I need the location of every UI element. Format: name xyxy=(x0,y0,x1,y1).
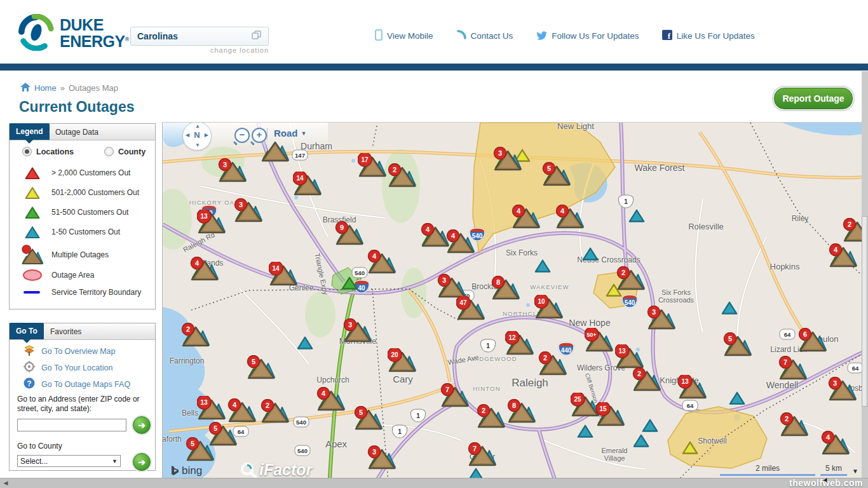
outage-marker[interactable]: 4 xyxy=(316,387,346,414)
county-select[interactable]: Select... ▼ xyxy=(17,455,121,467)
address-go-button[interactable]: ➔ xyxy=(133,416,151,434)
outage-marker[interactable]: 5 xyxy=(723,332,752,359)
nav-item-like-us-for-updates[interactable]: fLike Us For Updates xyxy=(662,30,755,42)
outage-marker-yellow[interactable] xyxy=(681,440,699,458)
goto-link-faq[interactable]: ?Go To Outage Maps FAQ xyxy=(24,377,130,391)
map-style-dropdown[interactable]: Road ▼ xyxy=(274,128,306,139)
outage-marker[interactable]: 15 xyxy=(596,402,625,429)
outage-marker[interactable]: 7 xyxy=(468,442,497,469)
pan-down-icon[interactable]: ▼ xyxy=(195,143,200,148)
nav-item-follow-us-for-updates[interactable]: Follow Us For Updates xyxy=(536,30,639,42)
tab-outage-data[interactable]: Outage Data xyxy=(55,124,98,140)
pan-left-icon[interactable]: ◀ xyxy=(186,133,189,138)
zoom-in-button[interactable]: + xyxy=(252,128,267,143)
outage-marker[interactable]: 3 xyxy=(647,306,676,332)
outage-marker[interactable] xyxy=(261,138,290,165)
outage-marker-teal[interactable] xyxy=(581,246,599,264)
outage-marker[interactable]: 3 xyxy=(367,445,397,472)
outage-marker[interactable]: 7 xyxy=(778,356,808,383)
nav-item-contact-us[interactable]: Contact Us xyxy=(456,30,513,42)
outage-marker[interactable]: 10 xyxy=(534,295,564,322)
outage-marker[interactable]: 5 xyxy=(247,355,276,382)
address-input[interactable] xyxy=(17,419,126,431)
outage-marker-teal[interactable] xyxy=(628,208,646,226)
outage-map[interactable]: N ▲ ▼ ◀ ▶ − + Road ▼ bing iFactor 2 mile… xyxy=(162,122,862,478)
outage-marker-teal[interactable] xyxy=(534,258,552,276)
outage-marker[interactable]: 20 xyxy=(388,348,417,375)
outage-marker[interactable]: 2 xyxy=(843,218,862,245)
outage-marker[interactable]: 9 xyxy=(335,221,364,248)
outage-marker[interactable]: 4 xyxy=(367,250,397,276)
outage-marker[interactable]: 3 xyxy=(493,147,522,173)
scroll-left-arrow-icon[interactable]: ◀ xyxy=(1,479,10,487)
outage-marker[interactable]: 50+ xyxy=(585,328,614,355)
copy-icon[interactable] xyxy=(252,30,262,42)
outage-marker[interactable]: 2 xyxy=(388,163,417,190)
outage-marker-teal[interactable] xyxy=(576,423,594,441)
radio-county[interactable]: County xyxy=(104,147,146,156)
outage-marker[interactable]: 2 xyxy=(780,412,809,439)
outage-marker[interactable]: 17 xyxy=(358,153,387,180)
location-selector[interactable]: Carolinas xyxy=(130,27,269,46)
outage-marker[interactable]: 8 xyxy=(507,399,536,426)
outage-marker[interactable]: 4 xyxy=(227,398,257,425)
outage-marker[interactable]: 12 xyxy=(505,331,534,358)
outage-marker-teal[interactable] xyxy=(728,390,746,408)
outage-marker[interactable]: 5 xyxy=(354,406,383,433)
scale-caret-icon[interactable]: ▼ xyxy=(852,468,858,476)
map-compass-control[interactable]: N ▲ ▼ ◀ ▶ xyxy=(182,122,212,151)
outage-marker-green[interactable] xyxy=(341,275,358,293)
vertical-scrollbar-thumb[interactable] xyxy=(862,216,867,407)
outage-marker[interactable]: 4 xyxy=(512,205,541,231)
pan-up-icon[interactable]: ▲ xyxy=(195,124,200,129)
outage-marker[interactable]: 3 xyxy=(828,377,857,403)
vertical-scrollbar[interactable] xyxy=(862,71,868,478)
outage-marker[interactable]: 14 xyxy=(269,262,298,288)
outage-marker[interactable]: 2 xyxy=(616,266,646,293)
outage-marker[interactable]: 13 xyxy=(197,396,226,423)
outage-marker[interactable]: 13 xyxy=(197,210,226,236)
goto-link-overview-map[interactable]: Go To Overview Map xyxy=(24,344,115,358)
tab-legend[interactable]: Legend xyxy=(10,123,50,140)
report-outage-button[interactable]: Report Outage xyxy=(774,88,853,109)
outage-marker[interactable]: 6 xyxy=(798,328,827,355)
outage-marker[interactable]: 5 xyxy=(542,162,571,189)
outage-marker[interactable]: 4 xyxy=(829,243,858,270)
duke-energy-logo[interactable]: DUKE ENERGY® xyxy=(18,14,129,53)
zoom-out-button[interactable]: − xyxy=(234,128,250,143)
radio-dot[interactable] xyxy=(22,147,32,156)
outage-marker[interactable]: 13 xyxy=(678,375,707,402)
outage-marker-teal[interactable] xyxy=(721,300,738,318)
horizontal-scrollbar[interactable]: ◀ xyxy=(0,478,868,488)
outage-marker[interactable]: 2 xyxy=(181,323,210,349)
outage-marker[interactable]: 7 xyxy=(440,383,470,410)
outage-marker[interactable]: 3 xyxy=(218,158,247,185)
tab-goto[interactable]: Go To xyxy=(10,323,44,339)
outage-marker[interactable]: 4 xyxy=(555,205,585,231)
goto-link-your-location[interactable]: Go To Your Location xyxy=(24,361,112,374)
outage-marker[interactable]: 3 xyxy=(234,198,263,225)
tab-favorites[interactable]: Favorites xyxy=(50,323,81,339)
outage-marker[interactable]: 4 xyxy=(821,431,850,458)
outage-marker[interactable]: 3 xyxy=(343,318,372,345)
change-location-link[interactable]: change location xyxy=(130,46,269,54)
county-go-button[interactable]: ➔ xyxy=(133,453,151,471)
bing-logo[interactable]: bing xyxy=(170,464,202,477)
pan-right-icon[interactable]: ▶ xyxy=(205,133,208,138)
outage-marker[interactable]: 47 xyxy=(456,296,485,323)
outage-marker[interactable]: 2 xyxy=(261,399,290,426)
outage-marker[interactable]: 2 xyxy=(477,404,506,431)
home-icon[interactable] xyxy=(20,83,31,93)
outage-marker[interactable]: 2 xyxy=(538,351,567,378)
outage-marker-teal[interactable] xyxy=(296,335,314,353)
outage-marker-teal[interactable] xyxy=(632,433,650,451)
outage-marker[interactable]: 5 xyxy=(186,437,215,464)
outage-marker[interactable]: 4 xyxy=(190,257,219,283)
outage-marker[interactable]: 4 xyxy=(446,229,475,256)
outage-marker[interactable]: 14 xyxy=(293,172,322,198)
radio-locations[interactable]: Locations xyxy=(22,147,74,156)
breadcrumb-home-link[interactable]: Home xyxy=(34,83,57,93)
radio-dot[interactable] xyxy=(104,147,114,156)
outage-marker[interactable]: 8 xyxy=(491,276,520,302)
nav-item-view-mobile[interactable]: View Mobile xyxy=(375,29,433,43)
